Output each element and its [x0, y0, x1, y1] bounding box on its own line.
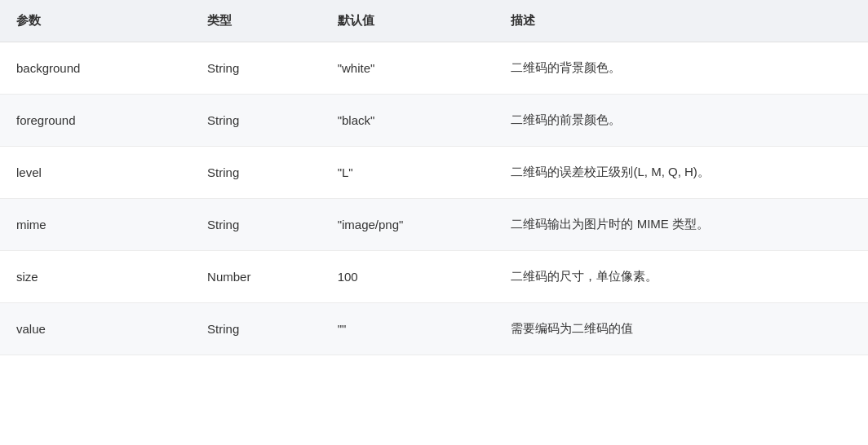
cell-type: String: [191, 42, 321, 95]
header-default: 默认值: [321, 0, 495, 42]
table-row: sizeNumber100二维码的尺寸，单位像素。: [0, 251, 868, 303]
cell-desc: 二维码的前景颜色。: [494, 95, 868, 147]
cell-default: "white": [321, 42, 495, 95]
cell-type: String: [191, 199, 321, 251]
cell-param: level: [0, 147, 191, 199]
cell-default: "black": [321, 95, 495, 147]
table-row: valueString""需要编码为二维码的值: [0, 303, 868, 355]
cell-desc: 二维码的误差校正级别(L, M, Q, H)。: [494, 147, 868, 199]
cell-default: "image/png": [321, 199, 495, 251]
cell-param: value: [0, 303, 191, 355]
table-row: foregroundString"black"二维码的前景颜色。: [0, 95, 868, 147]
cell-param: mime: [0, 199, 191, 251]
cell-type: Number: [191, 251, 321, 303]
cell-default: 100: [321, 251, 495, 303]
cell-type: String: [191, 95, 321, 147]
header-desc: 描述: [494, 0, 868, 42]
table-row: backgroundString"white"二维码的背景颜色。: [0, 42, 868, 95]
header-type: 类型: [191, 0, 321, 42]
cell-type: String: [191, 303, 321, 355]
header-param: 参数: [0, 0, 191, 42]
cell-param: size: [0, 251, 191, 303]
table-row: levelString"L"二维码的误差校正级别(L, M, Q, H)。: [0, 147, 868, 199]
cell-desc: 二维码的尺寸，单位像素。: [494, 251, 868, 303]
cell-param: foreground: [0, 95, 191, 147]
table-header-row: 参数 类型 默认值 描述: [0, 0, 868, 42]
cell-default: "L": [321, 147, 495, 199]
cell-desc: 二维码输出为图片时的 MIME 类型。: [494, 199, 868, 251]
params-table: 参数 类型 默认值 描述 backgroundString"white"二维码的…: [0, 0, 868, 355]
cell-default: "": [321, 303, 495, 355]
cell-param: background: [0, 42, 191, 95]
cell-desc: 二维码的背景颜色。: [494, 42, 868, 95]
cell-desc: 需要编码为二维码的值: [494, 303, 868, 355]
table-row: mimeString"image/png"二维码输出为图片时的 MIME 类型。: [0, 199, 868, 251]
cell-type: String: [191, 147, 321, 199]
